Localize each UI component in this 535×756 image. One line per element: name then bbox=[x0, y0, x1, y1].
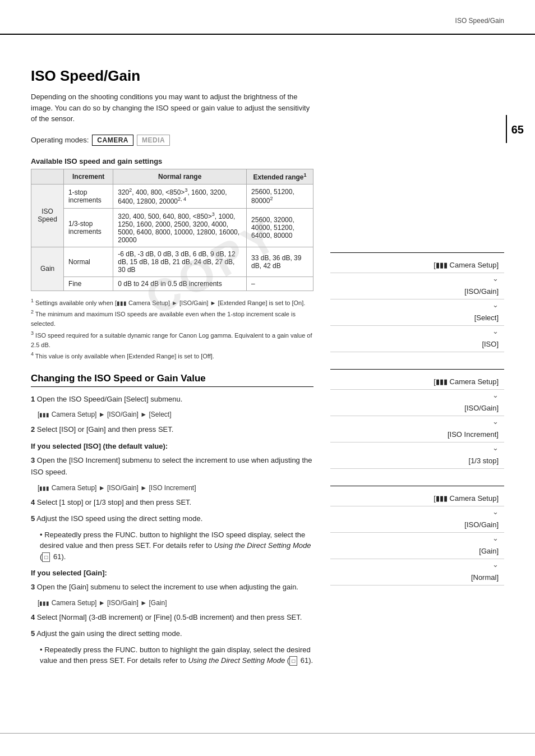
page-title: ISO Speed/Gain bbox=[31, 67, 313, 85]
sub-heading-iso: If you selected [ISO] (the default value… bbox=[31, 441, 313, 453]
media-mode-badge[interactable]: MEDIA bbox=[137, 135, 170, 146]
gain-step-3-path: [▮▮▮ Camera Setup] ► [ISO/Gain] ► [Gain] bbox=[38, 598, 313, 609]
page-number-line bbox=[506, 115, 507, 143]
footnote-2: 2 The minimum and maximum ISO speeds are… bbox=[31, 308, 313, 329]
step-2-num: 2 bbox=[31, 425, 35, 434]
top-border bbox=[0, 34, 535, 35]
gain-step-4-text: Select [Normal] (3-dB increment) or [Fin… bbox=[37, 613, 302, 621]
cell-fine-range: 0 dB to 24 dB in 0.5 dB increments bbox=[113, 276, 247, 291]
footnote-3: 3 ISO speed required for a suitable dyna… bbox=[31, 329, 313, 351]
camera-mode-badge[interactable]: CAMERA bbox=[92, 135, 133, 146]
col-header-empty bbox=[31, 169, 64, 184]
menu-tree-1: [▮▮▮ Camera Setup] ⌄ [ISO/Gain] ⌄ [Selec… bbox=[330, 252, 504, 352]
page-number: 65 bbox=[511, 123, 524, 136]
spacer-1 bbox=[330, 352, 504, 369]
col-header-normal: Normal range bbox=[113, 169, 247, 184]
table-row: 1/3-stop increments 320, 400, 500, 640, … bbox=[31, 208, 313, 247]
arrow-2-2: ⌄ bbox=[330, 416, 504, 427]
step-1-path: [▮▮▮ Camera Setup] ► [ISO/Gain] ► [Selec… bbox=[38, 409, 313, 420]
iso-step-3-text: Open the [ISO Increment] submenu to sele… bbox=[31, 456, 312, 476]
arrow-3-2: ⌄ bbox=[330, 533, 504, 543]
iso-step-4-num: 4 bbox=[31, 498, 35, 506]
gain-step-5: 5 Adjust the gain using the direct setti… bbox=[31, 628, 313, 640]
menu-tree-3-item-3: [Gain] bbox=[330, 543, 504, 559]
footnote-4: 4 This value is only available when [Ext… bbox=[31, 350, 313, 361]
cell-13stop-normal: 320, 400, 500, 640, 800, <850>3, 1000, 1… bbox=[113, 208, 247, 247]
col-header-extended: Extended range1 bbox=[247, 169, 313, 184]
menu-tree-1-item-1: [▮▮▮ Camera Setup] bbox=[330, 257, 504, 273]
iso-step-3-path: [▮▮▮ Camera Setup] ► [ISO/Gain] ► [ISO I… bbox=[38, 483, 313, 494]
table-heading: Available ISO speed and gain settings bbox=[31, 157, 313, 165]
menu-tree-2-item-1: [▮▮▮ Camera Setup] bbox=[330, 374, 504, 390]
footnote-1: 1 Settings available only when [▮▮▮ Came… bbox=[31, 297, 313, 308]
spacer-2 bbox=[330, 469, 504, 486]
arrow-3-1: ⌄ bbox=[330, 506, 504, 517]
cell-13stop-extended: 25600, 32000, 40000, 51200, 64000, 80000 bbox=[247, 208, 313, 247]
arrow-3-3: ⌄ bbox=[330, 559, 504, 570]
page-container: ISO Speed/Gain 65 COPY ISO Speed/Gain De… bbox=[0, 0, 535, 756]
intro-text: Depending on the shooting conditions you… bbox=[31, 91, 313, 125]
iso-speed-label: ISO Speed bbox=[31, 184, 64, 247]
gain-step-5-num: 5 bbox=[31, 629, 35, 638]
gain-step-4: 4 Select [Normal] (3-dB increment) or [F… bbox=[31, 612, 313, 624]
cell-normal-extended: 33 dB, 36 dB, 39 dB, 42 dB bbox=[247, 247, 313, 276]
iso-gain-table: Increment Normal range Extended range1 I… bbox=[31, 169, 313, 291]
main-content: ISO Speed/Gain Depending on the shooting… bbox=[31, 39, 504, 734]
gain-bullet: Repeatedly press the FUNC. button to hig… bbox=[40, 644, 313, 666]
menu-tree-2: [▮▮▮ Camera Setup] ⌄ [ISO/Gain] ⌄ [ISO I… bbox=[330, 369, 504, 469]
header-title: ISO Speed/Gain bbox=[455, 17, 504, 25]
step-1-text: Open the ISO Speed/Gain [Select] submenu… bbox=[37, 395, 182, 403]
menu-tree-2-item-3: [ISO Increment] bbox=[330, 427, 504, 442]
steps-section: 1 Open the ISO Speed/Gain [Select] subme… bbox=[31, 394, 313, 666]
footnotes: 1 Settings available only when [▮▮▮ Came… bbox=[31, 297, 313, 362]
arrow-1-1: ⌄ bbox=[330, 273, 504, 284]
left-column: ISO Speed/Gain Depending on the shooting… bbox=[31, 39, 313, 670]
menu-tree-3-item-4: [Normal] bbox=[330, 570, 504, 586]
col-header-increment: Increment bbox=[64, 169, 113, 184]
gain-step-4-num: 4 bbox=[31, 613, 35, 621]
gain-step-3-text: Open the [Gain] submenu to select the in… bbox=[37, 583, 298, 591]
menu-tree-2-item-2: [ISO/Gain] bbox=[330, 400, 504, 416]
table-section: Available ISO speed and gain settings In… bbox=[31, 157, 313, 291]
arrow-2-3: ⌄ bbox=[330, 442, 504, 453]
iso-step-3-num: 3 bbox=[31, 456, 35, 464]
right-column: [▮▮▮ Camera Setup] ⌄ [ISO/Gain] ⌄ [Selec… bbox=[330, 252, 504, 586]
iso-step-4: 4 Select [1 stop] or [1/3 stop] and then… bbox=[31, 497, 313, 509]
iso-step-5-text: Adjust the ISO speed using the direct se… bbox=[36, 514, 202, 523]
menu-tree-1-item-2: [ISO/Gain] bbox=[330, 284, 504, 299]
menu-tree-3-item-2: [ISO/Gain] bbox=[330, 517, 504, 533]
gain-step-3-num: 3 bbox=[31, 583, 35, 591]
arrow-1-2: ⌄ bbox=[330, 299, 504, 310]
step-1: 1 Open the ISO Speed/Gain [Select] subme… bbox=[31, 394, 313, 405]
table-row: Fine 0 dB to 24 dB in 0.5 dB increments … bbox=[31, 276, 313, 291]
operating-modes-label: Operating modes: bbox=[31, 136, 89, 144]
gain-label: Gain bbox=[31, 247, 64, 291]
section2-title: Changing the ISO Speed or Gain Value bbox=[31, 373, 313, 387]
cell-normal-range: -6 dB, -3 dB, 0 dB, 3 dB, 6 dB, 9 dB, 12… bbox=[113, 247, 247, 276]
page-header: ISO Speed/Gain bbox=[455, 17, 504, 25]
menu-tree-1-item-3: [Select] bbox=[330, 310, 504, 326]
menu-tree-1-item-4: [ISO] bbox=[330, 336, 504, 352]
operating-modes: Operating modes: CAMERA MEDIA bbox=[31, 135, 313, 146]
arrow-1-3: ⌄ bbox=[330, 326, 504, 336]
arrow-2-1: ⌄ bbox=[330, 390, 504, 400]
menu-tree-3: [▮▮▮ Camera Setup] ⌄ [ISO/Gain] ⌄ [Gain]… bbox=[330, 486, 504, 586]
iso-step-5-num: 5 bbox=[31, 514, 35, 523]
cell-1stop: 1-stop increments bbox=[64, 184, 113, 208]
step-1-num: 1 bbox=[31, 395, 35, 403]
iso-bullet: Repeatedly press the FUNC. button to hig… bbox=[40, 529, 313, 563]
step-2-text: Select [ISO] or [Gain] and then press SE… bbox=[37, 425, 174, 434]
sub-heading-gain: If you selected [Gain]: bbox=[31, 568, 313, 579]
iso-step-5: 5 Adjust the ISO speed using the direct … bbox=[31, 513, 313, 525]
iso-step-4-text: Select [1 stop] or [1/3 stop] and then p… bbox=[37, 498, 191, 506]
cell-fine-inc: Fine bbox=[64, 276, 113, 291]
gain-step-5-text: Adjust the gain using the direct setting… bbox=[36, 629, 182, 638]
cell-normal-inc: Normal bbox=[64, 247, 113, 276]
table-row: ISO Speed 1-stop increments 3202, 400, 8… bbox=[31, 184, 313, 208]
step-2: 2 Select [ISO] or [Gain] and then press … bbox=[31, 424, 313, 436]
table-row: Gain Normal -6 dB, -3 dB, 0 dB, 3 dB, 6 … bbox=[31, 247, 313, 276]
iso-step-3: 3 Open the [ISO Increment] submenu to se… bbox=[31, 455, 313, 478]
cell-fine-extended: – bbox=[247, 276, 313, 291]
bottom-border bbox=[0, 733, 535, 734]
cell-1stop-extended: 25600, 51200, 800002 bbox=[247, 184, 313, 208]
